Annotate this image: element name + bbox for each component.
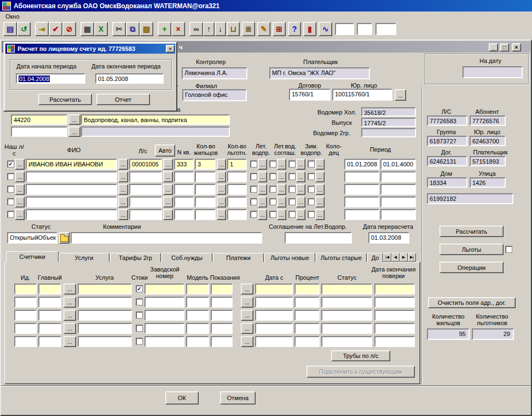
meter-serial-field[interactable] (144, 336, 184, 347)
tenants-count-field[interactable] (195, 197, 216, 207)
summer-water-checkbox[interactable] (250, 160, 257, 167)
meter-percent-field[interactable] (294, 336, 320, 347)
fio-lookup-button[interactable]: ... (15, 209, 25, 220)
winter-water-checkbox[interactable] (288, 198, 296, 205)
meter-id-field[interactable] (14, 323, 37, 334)
kv-field[interactable]: 333 (174, 159, 194, 170)
fio-lookup-button[interactable]: ... (118, 209, 128, 220)
fio-field[interactable] (26, 171, 117, 182)
period-to-field[interactable] (380, 197, 416, 207)
fio-lookup-button[interactable]: ... (15, 159, 25, 170)
meter-drain-checkbox[interactable]: ✓ (136, 285, 143, 292)
side-calc-button[interactable]: Рассчитать (440, 226, 504, 237)
export-excel-button[interactable]: X (94, 22, 108, 36)
tab-own-needs[interactable]: Соб.нужды (161, 253, 212, 262)
well-checkbox[interactable] (308, 173, 315, 180)
tab-services[interactable]: Услуги (59, 253, 109, 262)
fio-lookup-button[interactable]: ... (118, 159, 128, 170)
well-lookup-button[interactable]: ... (315, 209, 325, 220)
fio-lookup-button[interactable]: ... (118, 197, 128, 207)
toolbar-field-1[interactable] (335, 23, 354, 35)
fio-lookup-button[interactable]: ... (15, 171, 25, 182)
comments-field[interactable] (71, 232, 262, 244)
our-ls-checkbox[interactable] (7, 186, 14, 193)
enter-query-button[interactable]: ⇥ (35, 22, 49, 36)
winter-water-lookup-button[interactable]: ... (296, 159, 305, 170)
tab-benefits-new[interactable]: Льготы новые (264, 253, 315, 262)
ls-field[interactable] (129, 209, 162, 220)
ls-lookup-button[interactable]: ... (163, 209, 173, 220)
exit-button[interactable]: ▮ (303, 22, 316, 36)
tab-counters[interactable]: Счетчики (6, 251, 59, 262)
maximize-button[interactable]: □ (500, 43, 509, 51)
kv-field[interactable] (174, 184, 194, 195)
meter-readings-lookup-button[interactable]: ... (241, 284, 253, 294)
meter-serial-field[interactable] (144, 297, 184, 308)
next-record-button[interactable]: ↓ (215, 22, 226, 36)
meter-check-date-field[interactable] (374, 297, 415, 308)
tab-scroll-next-button[interactable]: ▶ (400, 253, 408, 262)
summer-agreement-checkbox[interactable] (269, 173, 276, 180)
meter-id-field[interactable] (14, 310, 37, 321)
meter-percent-field[interactable] (294, 284, 320, 294)
fio-lookup-button[interactable]: ... (15, 184, 25, 195)
prev-record-button[interactable]: ↑ (203, 22, 215, 36)
menu-window[interactable]: Окно (5, 13, 20, 20)
toolbar-field-3[interactable] (375, 23, 396, 35)
period-from-field[interactable] (344, 197, 379, 207)
cancel-button[interactable]: ⊘ (62, 22, 76, 36)
connect-button[interactable]: ∿ (319, 22, 332, 36)
benefits-count-field[interactable] (227, 184, 247, 195)
tab-tariffs[interactable]: Тарифы 2гр (110, 253, 161, 262)
winter-water-checkbox[interactable] (288, 211, 296, 218)
meter-model-field[interactable] (186, 323, 209, 334)
tenants-count-field[interactable] (195, 184, 216, 195)
dialog-report-button[interactable]: Отчет (96, 94, 150, 105)
tab-scroll-prev-button[interactable]: ◀ (391, 253, 400, 262)
winter-water-checkbox[interactable] (288, 186, 296, 193)
fio-lookup-button[interactable]: ... (118, 184, 128, 195)
meter-readings-field[interactable] (211, 284, 233, 294)
meter-service-field[interactable] (78, 323, 132, 334)
summer-agreement-lookup-button[interactable]: ... (277, 171, 286, 182)
summer-water-checkbox[interactable] (250, 186, 257, 193)
fio-field[interactable] (26, 209, 117, 220)
improvement-code-field[interactable]: 44220 (11, 114, 67, 125)
meter-service-lookup-button[interactable]: ... (63, 323, 76, 334)
meter-service-field[interactable] (78, 310, 132, 321)
summer-agreement-checkbox[interactable] (269, 198, 276, 205)
toolbar-field-2[interactable] (357, 23, 372, 35)
summer-water-checkbox[interactable] (250, 198, 257, 205)
benefits-count-field[interactable]: 1 (227, 159, 247, 170)
meter-service-field[interactable] (78, 297, 132, 308)
meter-service-field[interactable] (78, 284, 132, 294)
meter-model-field[interactable] (186, 297, 209, 308)
our-ls-checkbox[interactable] (7, 198, 14, 205)
meter-main-field[interactable] (38, 310, 61, 321)
well-lookup-button[interactable]: ... (315, 171, 325, 182)
meter-main-field[interactable] (38, 336, 61, 347)
kv-field[interactable] (174, 197, 194, 207)
ok-button[interactable]: ОК (165, 391, 199, 405)
contract-field[interactable]: 15760/1 (289, 89, 331, 101)
our-ls-checkbox[interactable] (7, 173, 14, 180)
minimize-button[interactable]: _ (489, 43, 498, 51)
benefits-count-field[interactable] (227, 197, 247, 207)
meter-readings-lookup-button[interactable]: ... (241, 297, 253, 308)
summer-agreement-lookup-button[interactable]: ... (277, 159, 286, 170)
meter-status-field[interactable] (321, 323, 372, 334)
tenants-count-field[interactable]: 3 (195, 159, 216, 170)
summer-agreement-lookup-button[interactable]: ... (277, 197, 286, 207)
summer-agreement-field[interactable] (285, 232, 352, 244)
fio-field[interactable] (26, 184, 117, 195)
tenants-lookup-button[interactable]: ... (217, 159, 226, 170)
meter-readings-field[interactable] (211, 323, 233, 334)
delete-record-button[interactable]: × (171, 22, 185, 36)
meter-readings-field[interactable] (211, 336, 233, 347)
well-checkbox[interactable] (308, 160, 315, 167)
tab-payments[interactable]: Платежи (213, 253, 264, 262)
commit-button[interactable]: ✔ (49, 22, 62, 36)
find-button[interactable]: ∞ (189, 22, 203, 36)
period-from-field[interactable] (344, 209, 379, 220)
our-ls-checkbox[interactable]: ✓ (7, 160, 14, 167)
